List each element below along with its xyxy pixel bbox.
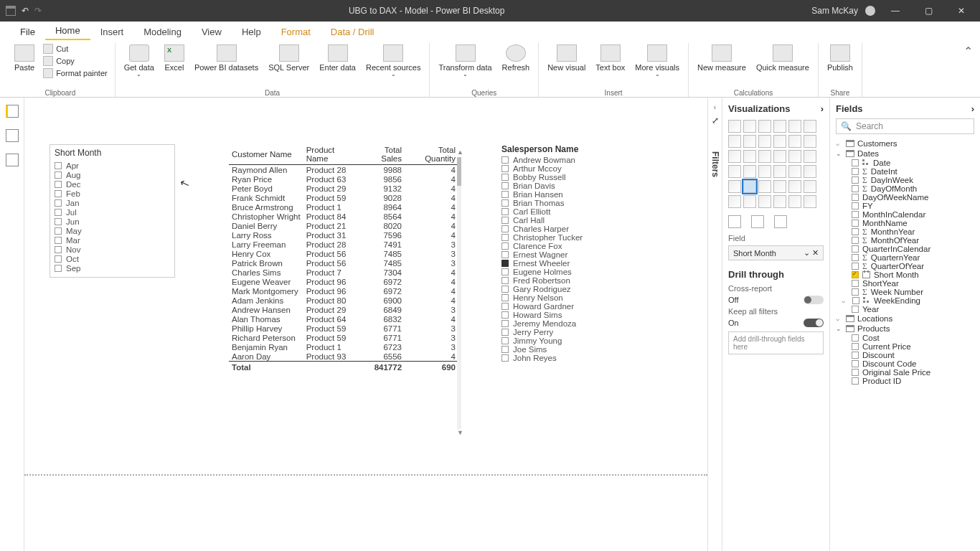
report-canvas[interactable]: ↖ Short Month AprAugDecFebJanJulJunMayMa… xyxy=(24,98,707,551)
checkbox-icon[interactable] xyxy=(55,218,62,225)
viz-type-icon[interactable] xyxy=(743,150,756,163)
field-item[interactable]: Discount xyxy=(836,351,974,359)
slicer-item[interactable]: Sep xyxy=(55,263,170,273)
field-item[interactable]: ΣDateInt xyxy=(836,167,974,176)
field-item[interactable]: Original Sale Price xyxy=(836,368,974,377)
slicer-item[interactable]: Brian Hansen xyxy=(501,190,659,199)
slicer-item[interactable]: Oct xyxy=(55,254,170,263)
table-row[interactable]: Alan ThomasProduct 6468324 xyxy=(229,314,458,324)
checkbox-icon[interactable] xyxy=(501,208,509,215)
slicer-item[interactable]: Carl Hall xyxy=(501,216,659,225)
slicer-item[interactable]: Fred Robertson xyxy=(501,276,659,285)
checkbox-icon[interactable] xyxy=(852,334,859,342)
viz-type-icon[interactable] xyxy=(773,180,786,193)
format-painter-button[interactable]: Format painter xyxy=(40,67,110,79)
slicer-item[interactable]: Dec xyxy=(55,179,170,189)
slicer-item[interactable]: Feb xyxy=(55,189,170,198)
checkbox-icon[interactable] xyxy=(852,352,859,359)
drill-through-drop[interactable]: Add drill-through fields here xyxy=(728,331,824,354)
table-row[interactable]: Charles SimsProduct 773044 xyxy=(229,268,458,277)
checkbox-icon[interactable] xyxy=(501,174,509,181)
tab-format[interactable]: Format xyxy=(271,24,321,40)
checkbox-icon[interactable] xyxy=(501,329,509,336)
checkbox-icon[interactable] xyxy=(852,245,859,253)
slicer-item[interactable]: Mar xyxy=(55,235,170,245)
refresh-button[interactable]: Refresh xyxy=(498,43,534,73)
checkbox-icon[interactable] xyxy=(501,251,509,258)
checkbox-icon[interactable] xyxy=(501,199,509,207)
field-item[interactable]: ShortYear xyxy=(836,279,974,288)
viz-type-icon[interactable] xyxy=(758,165,771,178)
viz-type-icon[interactable] xyxy=(788,165,801,178)
slicer-item[interactable]: Jerry Perry xyxy=(501,328,659,336)
analytics-tab-icon[interactable] xyxy=(774,215,787,228)
field-item[interactable]: ΣQuarterOfYear xyxy=(836,262,974,270)
table-visual[interactable]: Customer Name Product Name Total Sales T… xyxy=(229,144,458,442)
minimize-button[interactable]: — xyxy=(882,6,908,16)
field-well-short-month[interactable]: Short Month ⌄ ✕ xyxy=(728,245,824,260)
table-row[interactable]: Adam JenkinsProduct 8069004 xyxy=(229,296,458,305)
viz-type-icon[interactable] xyxy=(743,180,756,193)
checkbox-icon[interactable] xyxy=(501,354,509,362)
checkbox-icon[interactable] xyxy=(55,246,62,253)
viz-type-icon[interactable] xyxy=(758,150,771,163)
viz-type-icon[interactable] xyxy=(728,165,741,178)
table-row[interactable]: Larry FreemanProduct 2874913 xyxy=(229,240,458,249)
slicer-short-month[interactable]: Short Month AprAugDecFebJanJulJunMayMarN… xyxy=(50,144,175,278)
tab-view[interactable]: View xyxy=(192,24,232,40)
slicer-item[interactable]: Jun xyxy=(55,217,170,226)
viz-type-icon[interactable] xyxy=(758,180,771,193)
slicer-item[interactable]: Howard Sims xyxy=(501,311,659,319)
checkbox-icon[interactable] xyxy=(501,156,509,164)
checkbox-icon[interactable] xyxy=(55,199,62,207)
checkbox-icon[interactable] xyxy=(501,277,509,284)
tab-home[interactable]: Home xyxy=(45,22,90,40)
checkbox-icon[interactable] xyxy=(501,346,509,353)
checkbox-icon[interactable] xyxy=(55,237,62,244)
copy-button[interactable]: Copy xyxy=(40,55,110,67)
viz-type-icon[interactable] xyxy=(728,135,741,148)
field-item[interactable]: Discount Code xyxy=(836,359,974,368)
slicer-item[interactable]: Charles Harper xyxy=(501,225,659,233)
more-visuals-button[interactable]: More visuals⌄ xyxy=(631,43,684,80)
slicer-item[interactable]: Bobby Russell xyxy=(501,173,659,182)
checkbox-icon[interactable] xyxy=(852,159,859,166)
close-button[interactable]: ✕ xyxy=(948,6,974,16)
checkbox-icon[interactable] xyxy=(852,377,859,385)
remove-field-icon[interactable]: ✕ xyxy=(812,248,819,257)
viz-type-icon[interactable] xyxy=(743,120,756,133)
table-row[interactable]: Benjamin RyanProduct 167233 xyxy=(229,342,458,352)
table-row[interactable]: Christopher WrightProduct 8485644 xyxy=(229,212,458,221)
slicer-item[interactable]: Gary Rodriguez xyxy=(501,285,659,293)
viz-type-icon[interactable] xyxy=(773,120,786,133)
field-item[interactable]: Current Price xyxy=(836,342,974,351)
viz-type-icon[interactable] xyxy=(773,135,786,148)
field-item[interactable]: DayOfWeekName xyxy=(836,193,974,202)
table-node[interactable]: ⌵Customers xyxy=(836,138,974,149)
chevron-right-icon[interactable]: › xyxy=(821,103,824,114)
table-row[interactable]: Frank SchmidtProduct 5990284 xyxy=(229,193,458,202)
checkbox-icon[interactable] xyxy=(852,280,859,287)
checkbox-icon[interactable] xyxy=(852,220,859,227)
field-item[interactable]: Year xyxy=(836,305,974,314)
viz-type-icon[interactable] xyxy=(758,135,771,148)
checkbox-icon[interactable] xyxy=(501,182,509,189)
viz-type-icon[interactable] xyxy=(773,150,786,163)
sql-server-button[interactable]: SQL Server xyxy=(264,43,314,73)
table-node[interactable]: ⌵Locations xyxy=(836,314,974,324)
slicer-item[interactable]: Ernest Wagner xyxy=(501,250,659,259)
tab-modeling[interactable]: Modeling xyxy=(133,24,192,40)
table-row[interactable]: Bruce ArmstrongProduct 189644 xyxy=(229,202,458,212)
table-row[interactable]: Eugene WeaverProduct 9669724 xyxy=(229,277,458,286)
get-data-button[interactable]: Get data⌄ xyxy=(120,43,159,80)
viz-type-icon[interactable] xyxy=(743,165,756,178)
pbi-datasets-button[interactable]: Power BI datasets xyxy=(190,43,263,73)
field-item[interactable]: ⌵WeekEnding xyxy=(836,296,974,305)
field-item[interactable]: ΣMonthOfYear xyxy=(836,236,974,245)
checkbox-icon[interactable] xyxy=(501,260,509,267)
checkbox-icon[interactable] xyxy=(501,337,509,344)
transform-data-button[interactable]: Transform data⌄ xyxy=(434,43,496,80)
table-row[interactable]: Richard PetersonProduct 5967713 xyxy=(229,333,458,342)
checkbox-icon[interactable] xyxy=(501,242,509,250)
viz-type-icon[interactable] xyxy=(743,135,756,148)
